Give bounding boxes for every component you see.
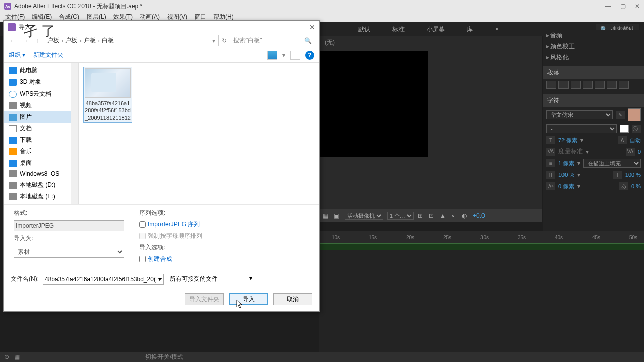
workspace-library[interactable]: 库 [461,23,479,36]
dialog-app-icon [8,23,16,31]
exposure-value[interactable]: +0.0 [473,212,485,219]
import-button[interactable]: 导入 [229,293,268,305]
breadcrumb[interactable]: 户板› 户板› 户板› 白板 ▾ [44,35,219,46]
stroke-type-select[interactable]: 在描边上填充 [583,159,641,168]
justify-right-icon[interactable] [607,81,617,89]
view-icon-4[interactable]: ⚬ [451,212,458,219]
refresh-icon[interactable]: ↻ [222,37,227,44]
dialog-sidebar: 此电脑 3D 对象 WPS云文档 视频 图片 文档 下载 音乐 桌面 Windo… [4,63,79,204]
time-tick: 50s [629,235,637,240]
status-mode[interactable]: 切换开关/模式 [145,353,183,361]
workspace-default[interactable]: 默认 [352,23,376,36]
grid-icon[interactable]: ▦ [323,212,330,219]
dialog-close-button[interactable]: ✕ [309,23,315,31]
align-left-icon[interactable] [546,81,556,89]
dialog-titlebar[interactable]: 导入 ✕ [4,21,319,34]
view-icon-2[interactable]: ⊡ [429,212,436,219]
fill-color-swatch[interactable] [628,108,641,121]
cancel-button[interactable]: 取消 [273,293,312,305]
leading-value[interactable]: 自动 [630,137,641,144]
close-button[interactable]: ✕ [635,3,640,10]
sidebar-item-downloads[interactable]: 下载 [4,134,78,146]
comp-preview[interactable] [319,51,428,157]
mask-icon[interactable]: ▣ [334,212,341,219]
font-size-value[interactable]: 72 像素 [558,137,577,144]
exposure-icon[interactable]: ◐ [462,212,469,219]
chevron-down-icon[interactable]: ▾ [212,37,215,44]
paragraph-panel-header[interactable]: 段落 [543,66,644,79]
import-as-select[interactable]: 素材 [14,246,124,258]
tsume-value[interactable]: 0 % [631,183,641,189]
stroke-width-icon: ≡ [546,159,555,167]
status-icon-2[interactable]: ▦ [14,353,20,360]
work-area-bar[interactable] [319,243,644,250]
workspace-more-icon[interactable]: » [489,23,505,36]
sidebar-item-desktop[interactable]: 桌面 [4,157,78,169]
time-tick: 35s [518,235,526,240]
composition-panel: (无) ▦ ▣ 活动摄像机 1 个... ⊞ ⊡ ▲ ⚬ ◐ +0.0 [319,36,542,222]
no-stroke-icon[interactable]: ⃠ [632,125,641,133]
sidebar-item-this-pc[interactable]: 此电脑 [4,65,78,76]
justify-all-icon[interactable] [619,81,629,89]
sidebar-item-drive-e[interactable]: 本地磁盘 (E:) [4,191,78,202]
tracking-value[interactable]: 0 [638,149,641,155]
nav-up-icon[interactable]: ↑ [34,37,41,44]
vscale-value[interactable]: 100 % [558,172,574,178]
dialog-search-input[interactable]: 搜索"白板" 🔍 [230,35,315,46]
sidebar-item-pictures[interactable]: 图片 [4,111,78,123]
sidebar-item-wps[interactable]: WPS云文档 [4,88,78,100]
justify-left-icon[interactable] [583,81,593,89]
preview-pane-icon[interactable] [290,51,300,60]
nav-forward-icon[interactable]: → [21,37,31,44]
align-right-icon[interactable] [571,81,581,89]
chevron-down-icon[interactable]: ▾ [249,275,252,283]
fx-audio[interactable]: ▸音频 [543,30,644,41]
organize-button[interactable]: 组织 ▾ [9,51,25,59]
sidebar-item-3d[interactable]: 3D 对象 [4,76,78,88]
sidebar-item-videos[interactable]: 视频 [4,100,78,111]
sidebar-item-documents[interactable]: 文档 [4,123,78,134]
file-name: 48ba357fa4216a1280fa4f2f56f153bd_2009118… [85,100,131,121]
help-icon[interactable]: ? [305,51,314,60]
create-comp-checkbox[interactable]: 创建合成 [139,255,202,263]
view-icon-3[interactable]: ▲ [440,212,447,219]
file-filter-select[interactable]: 所有可接受的文件▾ [168,273,254,285]
stroke-width-value[interactable]: 1 像素 [558,160,574,167]
sidebar-scrollbar[interactable] [71,63,78,204]
filename-input[interactable]: 48ba357fa4216a1280fa4f2f56f153bd_20(▾ [43,274,164,285]
eyedropper-icon[interactable]: ✎ [616,111,625,119]
view-mode-icon[interactable] [267,51,277,60]
file-item[interactable]: 48ba357fa4216a1280fa4f2f56f153bd_2009118… [83,67,132,123]
import-folder-button[interactable]: 导入文件夹 [185,293,224,305]
stroke-swatch-icon[interactable] [620,125,629,133]
kerning-value[interactable]: 度量标准 [558,147,583,156]
status-icon-1[interactable]: ⊙ [4,353,9,360]
time-tick: 40s [555,235,563,240]
justify-center-icon[interactable] [595,81,605,89]
time-ruler[interactable]: 10s 15s 20s 25s 30s 35s 40s 45s 50s [319,231,644,243]
baseline-value[interactable]: 0 像素 [558,183,574,190]
view-icon-1[interactable]: ⊞ [418,212,425,219]
new-folder-button[interactable]: 新建文件夹 [33,51,63,59]
sidebar-item-windows8[interactable]: Windows8_OS [4,169,78,179]
fx-stylize[interactable]: ▸风格化 [543,52,644,63]
font-style-select[interactable]: - [546,124,617,133]
hscale-value[interactable]: 100 % [625,172,641,178]
camera-select[interactable]: 活动摄像机 [345,212,383,220]
sidebar-item-drive-d[interactable]: 本地磁盘 (D:) [4,179,78,191]
file-list[interactable]: 48ba357fa4216a1280fa4f2f56f153bd_2009118… [79,63,319,204]
font-family-select[interactable]: 华文仿宋 [546,110,613,119]
align-center-icon[interactable] [558,81,569,89]
workspace-standard[interactable]: 标准 [386,23,411,36]
character-panel-header[interactable]: 字符 [543,94,644,107]
workspace-small[interactable]: 小屏幕 [421,23,451,36]
fx-color[interactable]: ▸颜色校正 [543,41,644,52]
search-icon: 🔍 [304,37,312,44]
sidebar-item-music[interactable]: 音乐 [4,146,78,157]
maximize-button[interactable]: ▢ [620,3,626,10]
minimize-button[interactable]: — [605,3,611,10]
jpeg-sequence-checkbox[interactable]: ImporterJPEG 序列 [139,220,202,229]
nav-back-icon[interactable]: ← [8,37,18,44]
views-select[interactable]: 1 个... [387,212,414,220]
chevron-down-icon[interactable]: ▾ [158,276,162,283]
